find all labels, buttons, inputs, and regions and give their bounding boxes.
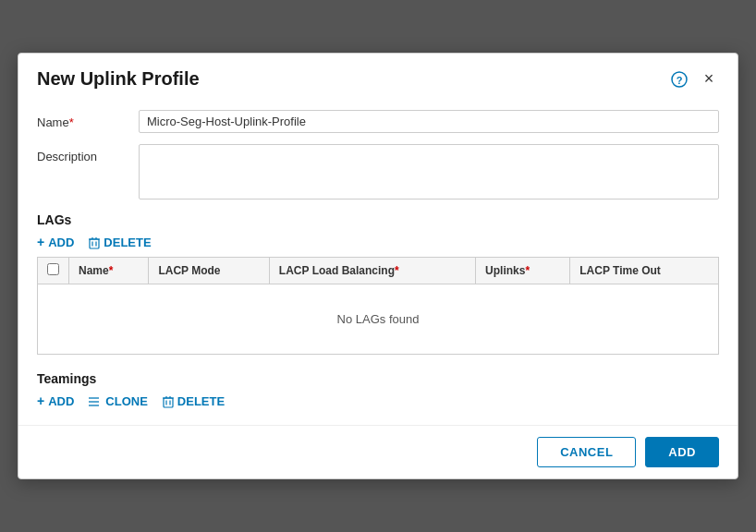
lags-col-lacp-load-balancing: LACP Load Balancing* [269,258,475,284]
new-uplink-profile-dialog: New Uplink Profile ? × Name* Description [18,53,738,479]
add-button[interactable]: ADD [645,437,719,467]
svg-rect-2 [90,239,99,248]
teamings-clone-icon [89,394,102,408]
help-icon: ? [671,71,688,88]
dialog-title: New Uplink Profile [37,68,200,90]
lags-add-label: ADD [48,236,74,249]
cancel-button[interactable]: CANCEL [537,437,636,467]
dialog-body: Name* Description LAGs + ADD [18,101,738,425]
help-button[interactable]: ? [669,69,689,90]
header-icons: ? × [669,69,719,90]
lags-col-lacp-mode: LACP Mode [149,258,269,284]
name-row: Name* [37,110,719,133]
lags-col-lacp-time-out: LACP Time Out [570,258,719,284]
lags-col-uplinks: Uplinks* [476,258,570,284]
teamings-delete-label: DELETE [177,394,225,408]
description-input[interactable] [139,144,719,200]
svg-rect-11 [164,398,173,407]
name-label: Name* [37,110,139,129]
teamings-action-bar: + ADD CLONE [37,393,719,408]
lags-col-checkbox [38,258,69,284]
lags-table-header-row: Name* LACP Mode LACP Load Balancing* Upl… [38,258,719,284]
teamings-add-button[interactable]: + ADD [37,393,74,408]
description-row: Description [37,144,719,200]
lags-table: Name* LACP Mode LACP Load Balancing* Upl… [37,257,719,355]
lags-action-bar: + ADD DELETE [37,235,719,249]
lags-empty-message: No LAGs found [38,284,719,355]
teamings-section-title: Teamings [37,371,719,386]
teamings-add-icon: + [37,393,44,408]
lags-delete-label: DELETE [104,236,151,249]
lags-trash-icon [89,235,100,249]
teamings-clone-label: CLONE [105,394,148,408]
lags-select-all-checkbox[interactable] [47,263,59,275]
description-label: Description [37,144,139,163]
close-button[interactable]: × [699,69,719,90]
lags-section-title: LAGs [37,212,719,227]
svg-text:?: ? [677,74,683,85]
lags-add-button[interactable]: + ADD [37,235,74,249]
lags-delete-button[interactable]: DELETE [89,235,151,249]
teamings-add-label: ADD [48,394,74,408]
lags-empty-row: No LAGs found [38,284,719,355]
dialog-header: New Uplink Profile ? × [18,54,738,101]
lags-add-icon: + [37,235,44,249]
close-icon: × [704,69,714,89]
teamings-clone-button[interactable]: CLONE [89,394,148,408]
dialog-footer: CANCEL ADD [18,425,738,478]
teamings-trash-icon [163,393,174,408]
lags-col-name: Name* [69,258,149,284]
name-input[interactable] [139,110,719,133]
teamings-delete-button[interactable]: DELETE [163,393,225,408]
